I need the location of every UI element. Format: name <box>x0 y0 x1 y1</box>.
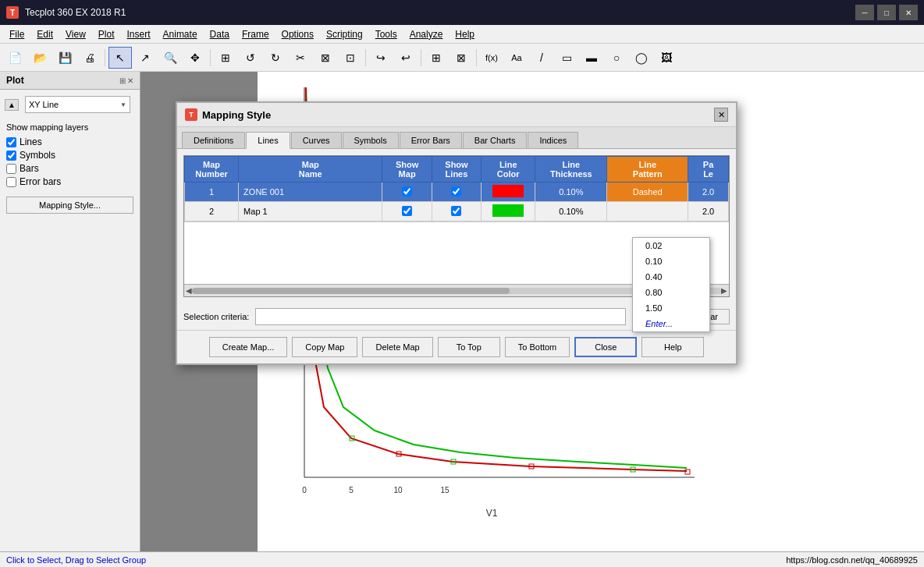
th-map-number: MapNumber <box>185 157 239 183</box>
dropdown-item-150[interactable]: 1.50 <box>633 300 709 316</box>
modal-close-button[interactable]: ✕ <box>714 108 728 122</box>
row2-show-map[interactable] <box>382 202 432 221</box>
to-bottom-button[interactable]: To Bottom <box>505 337 570 357</box>
row1-pa-le: 2.0 <box>688 183 729 202</box>
th-map-name: MapName <box>239 157 382 183</box>
dropdown-item-040[interactable]: 0.40 <box>633 269 709 285</box>
th-show-lines: ShowLines <box>432 157 481 183</box>
row1-color[interactable] <box>482 183 535 202</box>
line-pattern-dropdown: 0.02 0.10 0.40 0.80 1.50 Enter... <box>632 237 710 332</box>
dropdown-item-080[interactable]: 0.80 <box>633 285 709 300</box>
th-pa-le: PaLe <box>688 157 729 183</box>
row1-thickness: 0.10% <box>535 183 607 202</box>
scroll-left-btn[interactable]: ◀ <box>186 286 192 295</box>
tab-lines[interactable]: Lines <box>246 132 290 149</box>
table-row-2[interactable]: 2 Map 1 0.10% 2.0 <box>185 202 729 221</box>
row2-thickness: 0.10% <box>535 202 607 221</box>
tab-definitions[interactable]: Definitions <box>182 132 245 148</box>
dropdown-item-002[interactable]: 0.02 <box>633 238 709 253</box>
row1-name: ZONE 001 <box>239 183 382 202</box>
modal-title: T Mapping Style <box>185 108 271 121</box>
th-line-color: LineColor <box>482 157 535 183</box>
th-line-thickness: LineThickness <box>535 157 607 183</box>
table-row-1[interactable]: 1 ZONE 001 0.10% Dashed 2.0 <box>185 183 729 202</box>
th-line-pattern: LinePattern <box>607 157 688 183</box>
dropdown-item-enter[interactable]: Enter... <box>633 316 709 331</box>
row2-pattern <box>607 202 688 221</box>
tab-indices[interactable]: Indices <box>528 132 578 148</box>
row2-show-lines[interactable] <box>432 202 481 221</box>
row1-pattern: Dashed <box>607 183 688 202</box>
modal-title-bar: T Mapping Style ✕ <box>177 103 736 127</box>
row2-name: Map 1 <box>239 202 382 221</box>
tab-symbols[interactable]: Symbols <box>343 132 399 148</box>
modal-overlay: T Mapping Style ✕ Definitions Lines Curv… <box>0 0 924 567</box>
row1-show-lines[interactable] <box>432 183 481 202</box>
tab-error-bars[interactable]: Error Bars <box>400 132 462 148</box>
help-button[interactable]: Help <box>641 337 704 357</box>
modal-buttons: Create Map... Copy Map Delete Map To Top… <box>177 330 736 363</box>
row2-number: 2 <box>185 202 239 221</box>
close-dialog-button[interactable]: Close <box>574 337 637 357</box>
row2-color[interactable] <box>482 202 535 221</box>
delete-map-button[interactable]: Delete Map <box>362 337 432 357</box>
copy-map-button[interactable]: Copy Map <box>292 337 357 357</box>
tab-bar: Definitions Lines Curves Symbols Error B… <box>177 127 736 149</box>
tab-curves[interactable]: Curves <box>291 132 342 148</box>
dropdown-item-010[interactable]: 0.10 <box>633 253 709 269</box>
row1-number: 1 <box>185 183 239 202</box>
row1-show-map[interactable] <box>382 183 432 202</box>
modal-icon: T <box>185 108 197 121</box>
table-scroll: MapNumber MapName ShowMap ShowLines Line… <box>184 156 729 221</box>
to-top-button[interactable]: To Top <box>438 337 500 357</box>
create-map-button[interactable]: Create Map... <box>209 337 288 357</box>
scroll-right-btn[interactable]: ▶ <box>721 286 727 295</box>
scroll-thumb[interactable] <box>192 288 510 294</box>
th-show-map: ShowMap <box>382 157 432 183</box>
mapping-table: MapNumber MapName ShowMap ShowLines Line… <box>184 156 729 221</box>
selection-input[interactable] <box>255 308 626 325</box>
tab-bar-charts[interactable]: Bar Charts <box>463 132 528 148</box>
selection-label: Selection criteria: <box>183 312 249 321</box>
row2-pa-le: 2.0 <box>688 202 729 221</box>
